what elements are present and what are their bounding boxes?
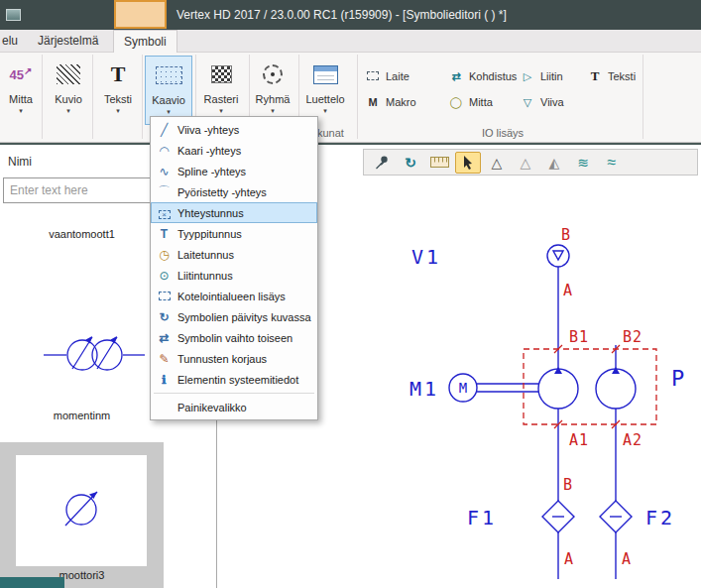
menu-item-tyyppitunnus[interactable]: T Tyyppitunnus (151, 223, 317, 244)
title-bar: Vertex HD 2017 / 23.0.00 RC1 (r159909) -… (0, 0, 701, 30)
macro-icon: M (365, 96, 381, 108)
symbol-swap-icon: ⇄ (156, 331, 173, 345)
ribbon-button-ryhma[interactable]: Ryhmä ▾ (250, 56, 295, 125)
menu-item-pyoristetty-yhteys[interactable]: ⌒ Pyöristetty -yhteys (151, 181, 317, 202)
select-cursor-icon[interactable] (455, 152, 481, 174)
pin-icon[interactable] (369, 152, 395, 174)
chevron-down-icon: ▾ (0, 106, 44, 115)
triangle-icon[interactable]: △ (484, 152, 510, 174)
arc-connection-icon: ◠ (156, 144, 173, 158)
label-m1: M1 (409, 377, 439, 401)
ribbon-button-kuvio[interactable]: Kuvio ▾ (46, 56, 91, 125)
menu-separator (154, 393, 314, 394)
menu-tab-jarjestelma[interactable]: Järjestelmä (28, 30, 108, 53)
label-p: P (671, 366, 687, 391)
enclosure-area-icon (156, 290, 173, 303)
rounded-connection-icon: ⌒ (156, 183, 173, 200)
refresh-view-icon[interactable]: ↻ (398, 152, 423, 174)
moottori3-thumbnail (57, 483, 106, 532)
menu-item-liitintunnus[interactable]: ⊙ Liitintunnus (151, 265, 317, 286)
dotted-triangle-icon[interactable]: △ (513, 152, 538, 174)
io-button-teksti[interactable]: T Teksti (587, 67, 636, 85)
group-icon (250, 56, 295, 93)
device-id-icon: ◷ (156, 248, 173, 262)
menu-item-symbolien-paivitys[interactable]: ↻ Symbolien päivitys kuvassa (151, 306, 317, 327)
ribbon-button-mitta[interactable]: 45↗ Mitta ▾ (0, 56, 44, 125)
port-label-b1: B1 (569, 328, 589, 346)
text-icon: T (95, 56, 141, 93)
spline-connection-icon: ∿ (156, 165, 173, 178)
menu-item-elementin-systeemitiedot[interactable]: ℹ Elementin systeemitiedot (151, 369, 317, 390)
port-label-a1: A1 (569, 431, 589, 449)
label-f2: F2 (645, 506, 675, 529)
text-icon: T (587, 68, 603, 84)
symbol-list-item[interactable]: vaantomoott1 (0, 222, 164, 244)
io-button-laite[interactable]: Laite (365, 67, 409, 85)
port-label-a-left: A (564, 550, 574, 568)
drawing-toolbar: ↻ △ △ ◭ ≋ ≈ (363, 149, 698, 176)
ribbon-button-luettelo[interactable]: Luettelo ▾ (299, 56, 351, 125)
line-connection-icon: ╱ (156, 123, 173, 137)
menu-item-kotelointialueen-lisays[interactable]: Kotelointialueen lisäys (151, 286, 317, 306)
menu-item-symbolin-vaihto[interactable]: ⇄ Symbolin vaihto toiseen (151, 327, 317, 348)
connector-id-icon: ⊙ (156, 269, 173, 283)
menu-tab-partial[interactable]: elu (0, 30, 20, 53)
ruler-icon[interactable] (426, 152, 452, 174)
separator (643, 55, 643, 139)
hatched-triangle-icon[interactable]: ◭ (541, 152, 567, 174)
symbol-update-icon: ↻ (156, 310, 173, 324)
chevron-down-icon: ▾ (250, 106, 295, 115)
separator (357, 55, 358, 139)
separator (92, 55, 93, 139)
ribbon-button-kaavio[interactable]: Kaavio ▾ (145, 56, 192, 125)
enclosure-dashed-box (524, 345, 656, 428)
application-window: Vertex HD 2017 / 23.0.00 RC1 (r159909) -… (0, 0, 701, 588)
menu-item-kaari-yhteys[interactable]: ◠ Kaari -yhteys (151, 140, 317, 161)
ribbon-button-teksti[interactable]: T Teksti ▾ (95, 56, 141, 125)
group-label-io: IO lisäys (468, 127, 537, 139)
symbol-list-item-selected[interactable]: moottori3 (0, 442, 164, 588)
port-label-a-right: A (622, 550, 632, 568)
column-header-nimi: Nimi (8, 155, 32, 169)
system-info-icon: ℹ (156, 373, 173, 387)
measure-icon: ◯ (448, 96, 464, 109)
chevron-down-icon: ▾ (95, 106, 141, 115)
connector-icon: ▷ (520, 70, 535, 83)
menu-tab-symboli[interactable]: Symboli (113, 30, 177, 53)
menu-item-laitetunnus[interactable]: ◷ Laitetunnus (151, 244, 317, 265)
kaavio-dropdown-menu: ╱ Viiva -yhteys ◠ Kaari -yhteys ∿ Spline… (150, 116, 318, 420)
schematic-icon (146, 57, 191, 94)
separator (142, 55, 143, 139)
align-icon: ⇄ (448, 70, 464, 83)
io-button-viiva[interactable]: ▽ Viiva (520, 93, 564, 111)
app-icon[interactable] (6, 9, 21, 21)
waves-alt-icon[interactable]: ≈ (599, 152, 625, 174)
waves-icon[interactable]: ≋ (570, 152, 596, 174)
window-title: Vertex HD 2017 / 23.0.00 RC1 (r159909) -… (176, 8, 507, 22)
menu-item-tunnusten-korjaus[interactable]: ✎ Tunnusten korjaus (151, 348, 317, 369)
io-button-liitin[interactable]: ▷ Liitin (520, 67, 563, 85)
line-icon: ▽ (520, 96, 535, 109)
connection-id-icon: × (156, 206, 173, 220)
menu-item-yhteystunnus[interactable]: × Yhteystunnus (151, 202, 317, 223)
hatch-pattern-icon (46, 56, 91, 93)
ribbon-button-rasteri[interactable]: Rasteri ▾ (198, 56, 244, 125)
symbol-list-item[interactable]: momentinm (0, 246, 164, 440)
port-label-b-mid: B (563, 476, 573, 494)
port-label-a: A (563, 282, 573, 299)
io-button-makro[interactable]: M Makro (365, 93, 416, 111)
menu-bar: elu Järjestelmä Symboli (0, 30, 701, 53)
thumbnail-box (16, 455, 147, 566)
device-icon (365, 70, 381, 82)
port-label-b: B (561, 226, 571, 244)
quick-access-highlight (114, 0, 167, 29)
io-button-kohdistus[interactable]: ⇄ Kohdistus (448, 67, 517, 85)
menu-item-viiva-yhteys[interactable]: ╱ Viiva -yhteys (151, 119, 317, 140)
menu-item-painikevalikko[interactable]: Painikevalikko (151, 397, 317, 417)
chevron-down-icon: ▾ (146, 107, 191, 116)
group-label-partial: kunat (317, 127, 344, 139)
port-label-b2: B2 (623, 328, 643, 346)
raster-icon (198, 56, 244, 93)
io-button-mitta[interactable]: ◯ Mitta (448, 93, 493, 111)
menu-item-spline-yhteys[interactable]: ∿ Spline -yhteys (151, 161, 317, 181)
